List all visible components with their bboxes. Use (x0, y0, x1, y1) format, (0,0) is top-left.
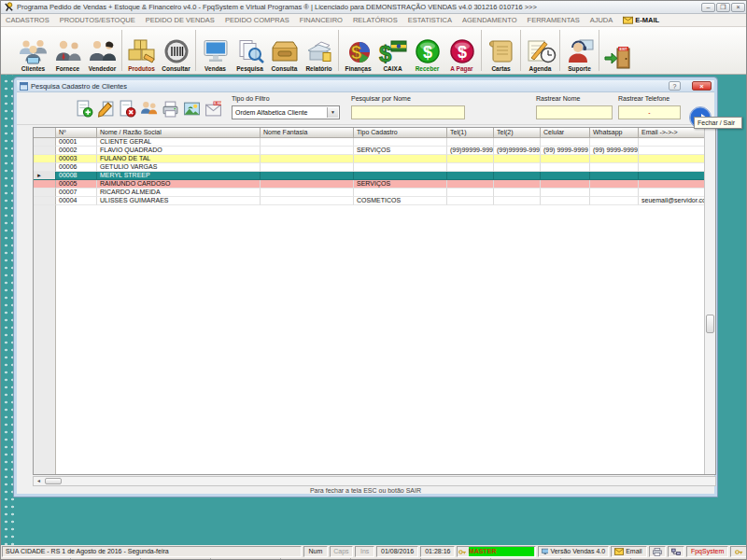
header-numero[interactable]: Nº (56, 128, 97, 138)
agenda-icon (525, 38, 557, 64)
toolbar-receber-button[interactable]: $ Receber (410, 29, 444, 72)
exit-icon: EXIT (603, 45, 635, 71)
mail-icon (623, 16, 633, 24)
delete-record-button[interactable] (117, 95, 138, 121)
print-button[interactable] (160, 95, 181, 121)
send-email-button[interactable]: E-MAIL (203, 95, 224, 121)
toolbar-consulta-button[interactable]: Consulta (267, 29, 302, 72)
header-email[interactable]: Email ->->-> (639, 128, 705, 138)
minimize-button[interactable]: – (701, 3, 715, 12)
chevron-down-icon: ▼ (327, 107, 338, 118)
toolbar-relatorio-button[interactable]: Relatório (302, 29, 336, 72)
header-tel1[interactable]: Tel(1) (447, 128, 494, 138)
photo-button[interactable] (181, 95, 203, 121)
table-row[interactable]: 00004 ULISSES GUIMARAES COSMETICOS seuem… (34, 197, 705, 205)
table-row[interactable]: 00006 GETULIO VARGAS (34, 163, 705, 172)
header-celular[interactable]: Celular (541, 128, 590, 138)
toolbar-separator (520, 30, 521, 71)
report-icon (303, 38, 335, 64)
table-row-highlight-pink[interactable]: 00005 RAIMUNDO CARDOSO SERVIÇOS (34, 180, 705, 189)
app-logo-icon (4, 2, 14, 12)
rastrear-nome-input[interactable] (536, 105, 613, 119)
status-version: Versão Vendas 4.0 (538, 546, 609, 557)
row-pointer-icon: ► (36, 173, 42, 178)
delete-record-icon (119, 100, 136, 118)
products-icon (126, 38, 158, 64)
header-whatsapp[interactable]: Whatsapp (590, 128, 639, 138)
menu-relatorios[interactable]: RELATÓRIOS (353, 16, 398, 24)
status-network[interactable] (668, 546, 684, 557)
vertical-scrollbar-thumb[interactable] (706, 315, 714, 333)
menu-estatistica[interactable]: ESTATISTICA (408, 16, 452, 24)
header-fantasia[interactable]: Nome Fantasia (261, 128, 354, 138)
client-window-titlebar[interactable]: Pesquisa Cadastro de Clientes ? × (17, 80, 714, 92)
header-tel2[interactable]: Tel(2) (494, 128, 541, 138)
status-email[interactable]: Email (611, 546, 647, 557)
menu-agendamento[interactable]: AGENDAMENTO (462, 16, 517, 24)
cash-icon: $ (377, 38, 409, 64)
header-nome[interactable]: Nome / Razão Social (97, 128, 261, 138)
help-button[interactable]: ? (669, 81, 681, 91)
pesquisar-nome-input[interactable] (351, 105, 465, 119)
toolbar-fornecedor-button[interactable]: Fornece (50, 29, 85, 72)
toolbar-consultar-button[interactable]: Consultar (159, 29, 193, 72)
rastrear-nome-label: Rastrear Nome (536, 95, 580, 102)
clients-icon (18, 38, 49, 64)
letters-icon (486, 38, 517, 64)
status-printer[interactable] (649, 546, 666, 557)
horizontal-scrollbar[interactable]: ◄ (33, 476, 716, 486)
toolbar-caixa-button[interactable]: $ CAIXA (375, 29, 410, 72)
toolbar-cartas-button[interactable]: Cartas (484, 29, 518, 72)
close-button[interactable]: × (731, 3, 745, 12)
svg-text:$: $ (351, 42, 361, 63)
menu-ajuda[interactable]: AJUDA (590, 16, 613, 24)
add-record-button[interactable] (74, 95, 95, 121)
toolbar-vendas-button[interactable]: Vendas (198, 29, 233, 72)
toolbar-separator (195, 30, 196, 71)
toolbar-vendedor-button[interactable]: Vendedor (85, 29, 120, 72)
restore-button[interactable]: ❐ (716, 3, 730, 12)
contacts-button[interactable] (138, 95, 160, 121)
menu-pedido-compras[interactable]: PEDIDO COMPRAS (225, 16, 289, 24)
svg-text:$: $ (458, 43, 467, 62)
menu-ferramentas[interactable]: FERRAMENTAS (528, 16, 580, 24)
print-icon (162, 100, 179, 118)
contacts-icon (140, 100, 158, 118)
vertical-scrollbar[interactable] (704, 128, 715, 474)
printer-icon (653, 548, 662, 556)
toolbar-suporte-button[interactable]: Suporte (562, 29, 597, 72)
rastrear-telefone-input[interactable]: - (618, 105, 681, 119)
edit-record-button[interactable] (95, 95, 117, 121)
toolbar-exit-button[interactable]: EXIT (601, 29, 636, 72)
table-row[interactable]: 00001 CLIENTE GERAL (34, 138, 705, 147)
statusbar: SUA CIDADE - RS 1 de Agosto de 2016 - Se… (1, 545, 747, 558)
status-master-badge: MASTER (469, 547, 534, 556)
toolbar-clientes-button[interactable]: Clientes (16, 29, 50, 72)
svg-text:E-MAIL: E-MAIL (214, 102, 222, 105)
scroll-left-icon[interactable]: ◄ (35, 478, 43, 484)
toolbar-financas-button[interactable]: $ Finanças (341, 29, 375, 72)
svg-text:$: $ (423, 43, 432, 62)
tipo-filtro-select[interactable]: Ordem Alfabetica Cliente ▼ (232, 105, 340, 119)
table-row-highlight-yellow[interactable]: 00003 FULANO DE TAL (34, 155, 705, 163)
header-tipo[interactable]: Tipo Cadastro (354, 128, 447, 138)
status-key (730, 546, 747, 557)
menu-produtos-estoque[interactable]: PRODUTOS/ESTOQUE (60, 16, 135, 24)
table-row[interactable]: 00002 FLAVIO QUADRADO SERVIÇOS (99)99999… (34, 147, 705, 155)
toolbar-agenda-button[interactable]: Agenda (523, 29, 557, 72)
status-ins: Ins (355, 546, 374, 557)
menu-email[interactable]: E-MAIL (623, 16, 659, 24)
footer-hint: Para fechar a tela ESC ou botão SAIR (17, 487, 714, 494)
horizontal-scrollbar-thumb[interactable] (45, 478, 62, 484)
table-row[interactable]: 00007 RICARDO ALMEIDA (34, 189, 705, 197)
client-window-close-button[interactable]: × (692, 81, 712, 91)
toolbar-pesquisa-button[interactable]: Pesquisa (233, 29, 267, 72)
toolbar-produtos-button[interactable]: Produtos (124, 29, 159, 72)
toolbar-separator (338, 30, 339, 71)
toolbar-apagar-button[interactable]: $ A Pagar (444, 29, 479, 72)
status-caps: Caps (330, 546, 354, 557)
menu-cadastros[interactable]: CADASTROS (6, 16, 49, 24)
table-row-selected[interactable]: ► 00008 MERYL STREEP (34, 172, 705, 180)
menu-pedido-vendas[interactable]: PEDIDO DE VENDAS (146, 16, 215, 24)
menu-financeiro[interactable]: FINANCEIRO (300, 16, 343, 24)
